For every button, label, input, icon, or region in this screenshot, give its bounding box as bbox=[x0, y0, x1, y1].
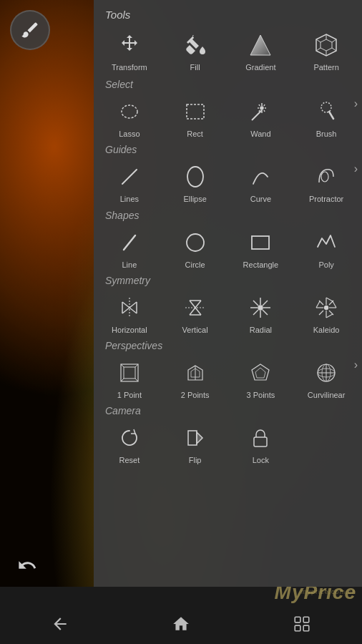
tool-3points-label: 3 Points bbox=[247, 391, 275, 400]
nav-home-button[interactable] bbox=[160, 610, 202, 638]
tool-lines[interactable]: Lines bbox=[97, 156, 162, 208]
2points-icon bbox=[182, 360, 208, 386]
svg-line-58 bbox=[329, 311, 333, 315]
svg-line-23 bbox=[122, 170, 137, 184]
protractor-icon bbox=[313, 164, 339, 190]
svg-line-60 bbox=[319, 311, 323, 315]
tool-2points-icon bbox=[180, 358, 210, 388]
svg-line-68 bbox=[135, 364, 138, 367]
tool-rect-icon bbox=[180, 97, 210, 127]
tool-reset-label: Reset bbox=[119, 456, 140, 465]
tool-horizontal-label: Horizontal bbox=[112, 326, 147, 335]
tool-vertical[interactable]: Vertical bbox=[162, 287, 228, 339]
svg-line-38 bbox=[195, 301, 201, 308]
tool-kaleido[interactable]: Kaleido bbox=[293, 287, 359, 339]
tool-protractor[interactable]: Protractor › bbox=[293, 156, 359, 208]
tool-transform[interactable]: Transform bbox=[97, 24, 162, 77]
tool-circle-icon bbox=[180, 228, 210, 258]
lines-icon bbox=[117, 164, 142, 190]
tool-wand[interactable]: Wand bbox=[228, 91, 294, 143]
svg-line-63 bbox=[326, 314, 333, 318]
tool-3points[interactable]: 3 Points bbox=[228, 352, 294, 404]
svg-line-35 bbox=[129, 308, 137, 313]
tool-wand-label: Wand bbox=[250, 130, 270, 139]
svg-point-24 bbox=[187, 167, 203, 187]
svg-marker-0 bbox=[250, 35, 270, 55]
undo-button[interactable] bbox=[13, 551, 41, 580]
1point-icon bbox=[117, 360, 142, 386]
tool-poly[interactable]: Poly bbox=[293, 222, 359, 274]
section-select-wrapper: Select Lasso bbox=[94, 77, 362, 143]
tool-poly-icon bbox=[311, 228, 341, 258]
tool-ellipse[interactable]: Ellipse bbox=[162, 156, 228, 208]
tool-reset[interactable]: Reset bbox=[97, 417, 162, 469]
svg-line-62 bbox=[333, 301, 336, 308]
brush-select-icon bbox=[313, 99, 339, 125]
svg-line-16 bbox=[259, 104, 260, 106]
section-perspectives-wrapper: Perspectives 1 Point bbox=[94, 339, 362, 404]
tool-kaleido-icon bbox=[311, 293, 341, 323]
tool-lines-label: Lines bbox=[120, 195, 139, 204]
tool-radial[interactable]: Radial bbox=[228, 287, 294, 339]
rect-select-icon bbox=[182, 99, 208, 125]
tool-3points-icon bbox=[245, 358, 275, 388]
tool-flip[interactable]: Flip bbox=[162, 417, 228, 469]
tool-lasso[interactable]: Lasso bbox=[97, 91, 162, 143]
tool-horizontal[interactable]: Horizontal bbox=[97, 287, 162, 339]
tool-fill[interactable]: Fill bbox=[162, 24, 228, 77]
line-shape-icon bbox=[117, 230, 142, 255]
svg-line-19 bbox=[259, 110, 260, 112]
svg-line-59 bbox=[329, 301, 333, 305]
tool-brush-select[interactable]: Brush › bbox=[293, 91, 359, 143]
panel-title-row: Tools bbox=[94, 0, 362, 24]
tool-gradient[interactable]: Gradient bbox=[228, 24, 294, 77]
tool-lock[interactable]: Lock bbox=[228, 417, 294, 469]
tool-curvilinear-icon bbox=[311, 358, 341, 388]
section-camera-wrapper: Camera Reset bbox=[94, 404, 362, 469]
undo-icon bbox=[17, 555, 37, 575]
tool-lines-icon bbox=[114, 162, 145, 192]
tool-1point[interactable]: 1 Point bbox=[97, 352, 162, 404]
svg-point-25 bbox=[321, 172, 328, 182]
svg-point-43 bbox=[258, 306, 263, 310]
svg-rect-81 bbox=[188, 431, 197, 445]
svg-rect-66 bbox=[124, 367, 135, 379]
section-perspectives-label: Perspectives bbox=[94, 334, 174, 354]
tool-fill-icon bbox=[180, 30, 210, 60]
tool-curvilinear[interactable]: Curvilinear › bbox=[293, 352, 359, 404]
tool-flip-label: Flip bbox=[189, 456, 202, 465]
tool-1point-icon bbox=[114, 358, 145, 388]
tool-ellipse-label: Ellipse bbox=[183, 195, 206, 204]
tool-lasso-icon bbox=[114, 97, 145, 127]
pattern-icon bbox=[313, 32, 339, 58]
rectangle-icon bbox=[248, 230, 273, 255]
tool-rectangle[interactable]: Rectangle bbox=[228, 222, 294, 274]
nav-back-button[interactable] bbox=[39, 610, 82, 638]
tool-curve[interactable]: Curve bbox=[228, 156, 294, 208]
tool-circle-label: Circle bbox=[185, 260, 205, 270]
tool-horizontal-icon bbox=[114, 293, 145, 323]
horizontal-sym-icon bbox=[117, 295, 142, 321]
svg-point-20 bbox=[260, 107, 263, 109]
tool-circle[interactable]: Circle bbox=[162, 222, 228, 274]
section-symmetry-wrapper: Symmetry Horizontal bbox=[94, 274, 362, 339]
tool-rect[interactable]: Rect bbox=[162, 91, 228, 143]
tool-line[interactable]: Line bbox=[97, 222, 162, 274]
curve-icon bbox=[248, 164, 273, 190]
tool-line-label: Line bbox=[122, 260, 137, 270]
tool-pattern[interactable]: Pattern bbox=[293, 24, 359, 77]
svg-line-64 bbox=[316, 301, 320, 308]
svg-line-34 bbox=[122, 308, 129, 313]
tool-radial-icon bbox=[245, 293, 275, 323]
brush-tool-button[interactable] bbox=[10, 10, 50, 50]
svg-marker-75 bbox=[255, 368, 265, 378]
tool-2points[interactable]: 2 Points bbox=[162, 352, 228, 404]
tool-protractor-label: Protractor bbox=[309, 195, 343, 204]
nav-recent-button[interactable] bbox=[280, 610, 323, 638]
svg-line-5 bbox=[316, 39, 321, 42]
wand-icon bbox=[248, 99, 273, 125]
svg-line-67 bbox=[121, 364, 124, 367]
svg-line-17 bbox=[264, 104, 265, 106]
svg-line-50 bbox=[263, 301, 268, 306]
section-perspectives: 1 Point 2 Points bbox=[94, 352, 362, 404]
